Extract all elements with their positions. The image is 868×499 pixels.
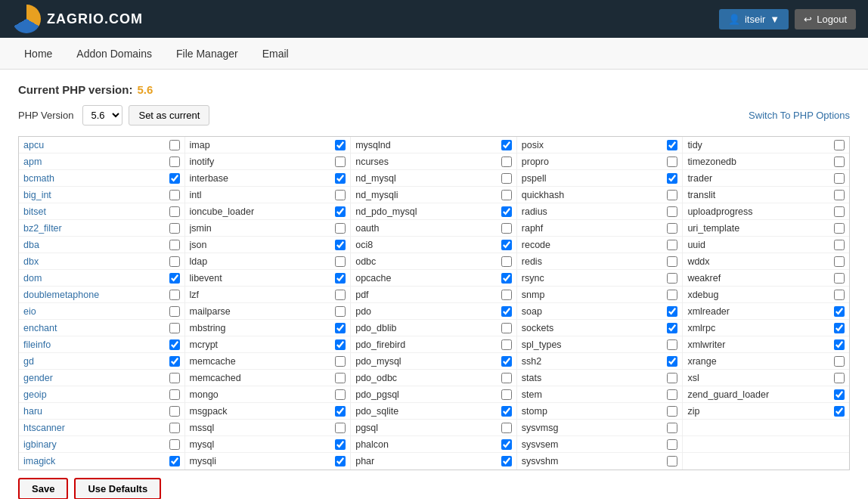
ext-checkbox[interactable] bbox=[834, 373, 845, 383]
ext-checkbox[interactable] bbox=[335, 389, 346, 400]
ext-checkbox[interactable] bbox=[834, 306, 845, 317]
php-version-select[interactable]: 5.67.07.17.2 bbox=[82, 105, 122, 126]
ext-checkbox[interactable] bbox=[335, 157, 346, 167]
ext-checkbox[interactable] bbox=[169, 290, 180, 300]
ext-checkbox[interactable] bbox=[169, 140, 180, 150]
ext-checkbox[interactable] bbox=[501, 456, 512, 466]
ext-checkbox[interactable] bbox=[667, 423, 677, 433]
ext-checkbox[interactable] bbox=[501, 339, 512, 350]
ext-checkbox[interactable] bbox=[667, 206, 677, 217]
ext-checkbox[interactable] bbox=[335, 373, 346, 383]
ext-checkbox[interactable] bbox=[667, 190, 677, 200]
ext-checkbox[interactable] bbox=[335, 173, 346, 184]
ext-checkbox[interactable] bbox=[501, 290, 512, 300]
ext-checkbox[interactable] bbox=[501, 256, 512, 267]
nav-item-home[interactable]: Home bbox=[12, 38, 64, 70]
ext-checkbox[interactable] bbox=[169, 306, 180, 317]
save-button[interactable]: Save bbox=[18, 478, 68, 499]
logout-button[interactable]: ↩ Logout bbox=[795, 9, 856, 29]
ext-checkbox[interactable] bbox=[169, 206, 180, 217]
ext-checkbox[interactable] bbox=[501, 173, 512, 184]
ext-checkbox[interactable] bbox=[501, 223, 512, 234]
ext-checkbox[interactable] bbox=[335, 439, 346, 450]
ext-checkbox[interactable] bbox=[335, 206, 346, 217]
ext-checkbox[interactable] bbox=[169, 356, 180, 367]
nav-item-addon-domains[interactable]: Addon Domains bbox=[64, 38, 164, 70]
ext-checkbox[interactable] bbox=[667, 290, 677, 300]
ext-checkbox[interactable] bbox=[501, 373, 512, 383]
switch-to-php-options-link[interactable]: Switch To PHP Options bbox=[749, 110, 850, 121]
ext-checkbox[interactable] bbox=[335, 323, 346, 333]
ext-checkbox[interactable] bbox=[834, 273, 845, 284]
ext-checkbox[interactable] bbox=[834, 389, 845, 400]
ext-checkbox[interactable] bbox=[667, 157, 677, 167]
ext-checkbox[interactable] bbox=[667, 140, 677, 150]
ext-checkbox[interactable] bbox=[834, 406, 845, 417]
ext-checkbox[interactable] bbox=[169, 456, 180, 466]
ext-checkbox[interactable] bbox=[834, 256, 845, 267]
ext-checkbox[interactable] bbox=[169, 190, 180, 200]
ext-checkbox[interactable] bbox=[169, 339, 180, 350]
user-button[interactable]: 👤 itseir ▼ bbox=[719, 9, 789, 29]
ext-checkbox[interactable] bbox=[169, 256, 180, 267]
nav-item-file-manager[interactable]: File Manager bbox=[164, 38, 250, 70]
ext-checkbox[interactable] bbox=[667, 406, 677, 417]
ext-checkbox[interactable] bbox=[501, 190, 512, 200]
ext-checkbox[interactable] bbox=[335, 406, 346, 417]
ext-checkbox[interactable] bbox=[501, 323, 512, 333]
ext-checkbox[interactable] bbox=[169, 223, 180, 234]
ext-checkbox[interactable] bbox=[501, 157, 512, 167]
ext-checkbox[interactable] bbox=[834, 356, 845, 367]
ext-checkbox[interactable] bbox=[501, 140, 512, 150]
ext-checkbox[interactable] bbox=[169, 373, 180, 383]
ext-checkbox[interactable] bbox=[667, 273, 677, 284]
ext-checkbox[interactable] bbox=[501, 273, 512, 284]
ext-checkbox[interactable] bbox=[667, 306, 677, 317]
ext-checkbox[interactable] bbox=[335, 423, 346, 433]
ext-checkbox[interactable] bbox=[501, 206, 512, 217]
ext-checkbox[interactable] bbox=[834, 206, 845, 217]
ext-checkbox[interactable] bbox=[335, 356, 346, 367]
ext-checkbox[interactable] bbox=[834, 339, 845, 350]
ext-checkbox[interactable] bbox=[667, 223, 677, 234]
ext-checkbox[interactable] bbox=[501, 389, 512, 400]
ext-checkbox[interactable] bbox=[667, 323, 677, 333]
ext-checkbox[interactable] bbox=[335, 190, 346, 200]
ext-checkbox[interactable] bbox=[501, 439, 512, 450]
ext-checkbox[interactable] bbox=[335, 306, 346, 317]
ext-checkbox[interactable] bbox=[834, 140, 845, 150]
ext-checkbox[interactable] bbox=[169, 406, 180, 417]
ext-checkbox[interactable] bbox=[501, 406, 512, 417]
set-current-button[interactable]: Set as current bbox=[129, 105, 209, 126]
ext-checkbox[interactable] bbox=[335, 290, 346, 300]
ext-checkbox[interactable] bbox=[667, 389, 677, 400]
ext-checkbox[interactable] bbox=[169, 157, 180, 167]
use-defaults-button[interactable]: Use Defaults bbox=[74, 478, 161, 499]
ext-checkbox[interactable] bbox=[169, 323, 180, 333]
ext-checkbox[interactable] bbox=[169, 240, 180, 250]
ext-checkbox[interactable] bbox=[335, 256, 346, 267]
ext-checkbox[interactable] bbox=[335, 140, 346, 150]
nav-item-email[interactable]: Email bbox=[250, 38, 301, 70]
ext-checkbox[interactable] bbox=[667, 356, 677, 367]
ext-checkbox[interactable] bbox=[501, 240, 512, 250]
ext-checkbox[interactable] bbox=[501, 356, 512, 367]
ext-checkbox[interactable] bbox=[335, 339, 346, 350]
ext-checkbox[interactable] bbox=[834, 223, 845, 234]
ext-checkbox[interactable] bbox=[335, 223, 346, 234]
ext-checkbox[interactable] bbox=[667, 456, 677, 466]
ext-checkbox[interactable] bbox=[169, 439, 180, 450]
ext-checkbox[interactable] bbox=[335, 273, 346, 284]
ext-checkbox[interactable] bbox=[834, 190, 845, 200]
ext-checkbox[interactable] bbox=[501, 423, 512, 433]
ext-checkbox[interactable] bbox=[169, 173, 180, 184]
ext-checkbox[interactable] bbox=[834, 323, 845, 333]
ext-checkbox[interactable] bbox=[667, 240, 677, 250]
ext-checkbox[interactable] bbox=[667, 439, 677, 450]
ext-checkbox[interactable] bbox=[834, 157, 845, 167]
ext-checkbox[interactable] bbox=[834, 240, 845, 250]
ext-checkbox[interactable] bbox=[335, 240, 346, 250]
ext-checkbox[interactable] bbox=[667, 339, 677, 350]
ext-checkbox[interactable] bbox=[667, 173, 677, 184]
ext-checkbox[interactable] bbox=[834, 173, 845, 184]
